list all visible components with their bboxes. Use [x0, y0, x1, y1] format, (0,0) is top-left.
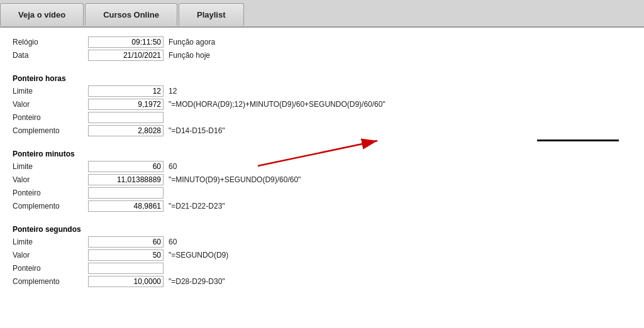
row-horas-ponteiro: Ponteiro — [13, 112, 631, 123]
label-segundos-valor: Valor — [13, 251, 88, 260]
label-horas-valor: Valor — [13, 100, 88, 109]
label-segundos-ponteiro: Ponteiro — [13, 264, 88, 273]
label-horas-complemento: Complemento — [13, 126, 88, 135]
annotation-horas-complemento: "=D14-D15-D16" — [169, 126, 225, 135]
annotation-segundos-limite: 60 — [169, 238, 177, 246]
label-horas-limite: Limite — [13, 87, 88, 96]
annotation-segundos-complemento: "=D28-D29-D30" — [169, 277, 225, 286]
input-data[interactable] — [88, 50, 164, 61]
label-minutos-valor: Valor — [13, 175, 88, 184]
row-segundos-ponteiro: Ponteiro — [13, 263, 631, 274]
annotation-minutos-limite: 60 — [169, 162, 177, 171]
label-segundos-limite: Limite — [13, 238, 88, 246]
section-title-minutos: Ponteiro minutos — [13, 150, 631, 158]
tab-cursos[interactable]: Cursos Online — [85, 3, 177, 26]
label-data: Data — [13, 51, 88, 60]
label-relogio: Relógio — [13, 38, 88, 46]
label-minutos-ponteiro: Ponteiro — [13, 189, 88, 197]
annotation-horas-limite: 12 — [169, 87, 177, 96]
input-horas-valor[interactable] — [88, 99, 164, 110]
input-minutos-limite[interactable] — [88, 161, 164, 172]
annotation-segundos-valor: "=SEGUNDO(D9) — [169, 251, 228, 260]
input-segundos-valor[interactable] — [88, 249, 164, 261]
row-data: Data Função hoje — [13, 50, 631, 61]
input-horas-complemento[interactable] — [88, 125, 164, 136]
row-horas-complemento: Complemento "=D14-D15-D16" — [13, 125, 631, 136]
input-segundos-ponteiro[interactable] — [88, 263, 164, 274]
input-segundos-limite[interactable] — [88, 236, 164, 248]
tab-veja[interactable]: Veja o vídeo — [0, 3, 84, 26]
row-horas-limite: Limite 12 — [13, 85, 631, 97]
annotation-relogio: Função agora — [169, 38, 215, 46]
input-minutos-complemento[interactable] — [88, 200, 164, 212]
row-minutos-limite: Limite 60 — [13, 161, 631, 172]
annotation-horas-valor: "=MOD(HORA(D9);12)+MINUTO(D9)/60+SEGUNDO… — [169, 100, 386, 109]
input-relogio[interactable] — [88, 36, 164, 48]
label-minutos-limite: Limite — [13, 162, 88, 171]
annotation-minutos-valor: "=MINUTO(D9)+SEGUNDO(D9)/60/60" — [169, 175, 301, 184]
black-line-decoration — [537, 139, 619, 141]
label-minutos-complemento: Complemento — [13, 202, 88, 210]
annotation-data: Função hoje — [169, 51, 210, 60]
row-segundos-valor: Valor "=SEGUNDO(D9) — [13, 249, 631, 261]
row-minutos-valor: Valor "=MINUTO(D9)+SEGUNDO(D9)/60/60" — [13, 174, 631, 185]
section-title-horas: Ponteiro horas — [13, 74, 631, 83]
input-minutos-valor[interactable] — [88, 174, 164, 185]
main-content: Relógio Função agora Data Função hoje Po… — [0, 28, 644, 328]
row-segundos-complemento: Complemento "=D28-D29-D30" — [13, 276, 631, 287]
tab-bar: Veja o vídeo Cursos Online Playlist — [0, 0, 644, 28]
input-segundos-complemento[interactable] — [88, 276, 164, 287]
input-minutos-ponteiro[interactable] — [88, 187, 164, 199]
input-horas-ponteiro[interactable] — [88, 112, 164, 123]
row-horas-valor: Valor "=MOD(HORA(D9);12)+MINUTO(D9)/60+S… — [13, 99, 631, 110]
label-horas-ponteiro: Ponteiro — [13, 113, 88, 122]
annotation-minutos-complemento: "=D21-D22-D23" — [169, 202, 225, 210]
row-segundos-limite: Limite 60 — [13, 236, 631, 248]
input-horas-limite[interactable] — [88, 85, 164, 97]
label-segundos-complemento: Complemento — [13, 277, 88, 286]
section-title-segundos: Ponteiro segundos — [13, 225, 631, 234]
tab-playlist[interactable]: Playlist — [179, 3, 244, 26]
row-minutos-complemento: Complemento "=D21-D22-D23" — [13, 200, 631, 212]
row-minutos-ponteiro: Ponteiro — [13, 187, 631, 199]
row-relogio: Relógio Função agora — [13, 36, 631, 48]
